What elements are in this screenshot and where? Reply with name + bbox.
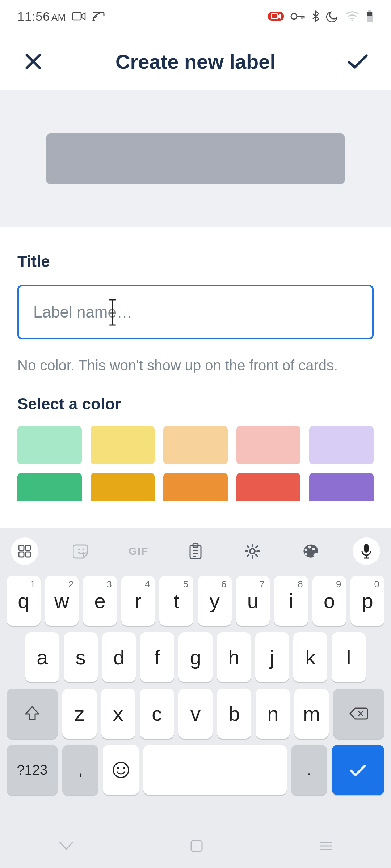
key-p[interactable]: p0 [350,576,384,626]
title-label: Title [17,252,374,271]
svg-point-13 [83,549,84,550]
key-comma[interactable]: , [62,745,98,795]
key-x[interactable]: x [101,689,135,739]
video-camera-icon [72,12,86,21]
svg-rect-8 [19,545,24,550]
color-swatch-pink-light[interactable] [236,426,301,464]
status-bar: 11:56AM [0,0,391,33]
key-emoji[interactable] [103,745,139,795]
key-r[interactable]: r4 [121,576,155,626]
key-z[interactable]: z [62,689,97,739]
confirm-button[interactable] [346,50,369,73]
svg-rect-0 [72,13,81,20]
kb-clipboard-icon[interactable] [182,537,209,565]
key-backspace[interactable] [333,689,384,739]
key-shift[interactable] [7,689,58,739]
key-u[interactable]: u7 [236,576,270,626]
color-hint-text: No color. This won't show up on the fron… [17,354,374,377]
key-k[interactable]: k [293,632,327,682]
key-g[interactable]: g [178,632,213,682]
page-title: Create new label [115,50,276,73]
key-j[interactable]: j [255,632,289,682]
kb-gif-button[interactable]: GIF [125,537,152,565]
key-a[interactable]: a [25,632,59,682]
modal-header: Create new label [0,33,391,90]
chevron-down-icon [58,840,75,852]
key-w[interactable]: w2 [45,576,79,626]
soft-keyboard: GIF q1 w2 e3 r4 t5 y6 u7 i8 o9 p0 a s d … [0,528,391,825]
color-swatch-red[interactable] [236,473,301,501]
svg-point-4 [352,20,353,21]
color-swatch-green[interactable] [17,473,82,501]
svg-point-12 [78,549,80,550]
svg-point-19 [312,548,315,550]
battery-icon [366,10,374,23]
cast-icon [92,11,105,22]
key-q[interactable]: q1 [7,576,41,626]
svg-rect-2 [271,14,278,19]
svg-point-24 [123,767,125,769]
kb-theme-icon[interactable] [296,537,323,565]
key-i[interactable]: i8 [274,576,308,626]
svg-rect-11 [25,552,30,557]
key-l[interactable]: l [332,632,366,682]
key-s[interactable]: s [64,632,98,682]
svg-point-22 [113,762,129,778]
key-n[interactable]: n [256,689,290,739]
square-icon [190,839,203,853]
svg-point-20 [304,553,307,556]
text-cursor-icon [109,299,117,328]
svg-point-23 [117,767,119,769]
label-name-input[interactable] [17,285,374,339]
color-swatch-amber[interactable] [91,473,155,501]
key-symbols[interactable]: ?123 [7,745,58,795]
label-preview [46,133,345,184]
kb-row-4: ?123 , . [7,745,384,795]
key-e[interactable]: e3 [83,576,117,626]
label-preview-area [0,90,391,227]
kb-apps-icon[interactable] [11,537,38,565]
svg-point-18 [308,546,311,549]
key-m[interactable]: m [294,689,329,739]
svg-rect-6 [368,10,371,12]
select-color-label: Select a color [17,395,374,413]
key-t[interactable]: t5 [159,576,193,626]
backspace-icon [349,707,368,720]
svg-rect-21 [364,544,369,553]
svg-rect-7 [367,12,372,16]
key-c[interactable]: c [140,689,174,739]
vpn-key-icon [290,12,305,20]
key-d[interactable]: d [102,632,136,682]
key-v[interactable]: v [178,689,213,739]
close-icon [24,52,43,71]
color-swatch-mint-light[interactable] [17,426,82,464]
color-swatch-yellow-light[interactable] [91,426,155,464]
close-button[interactable] [22,50,45,73]
emoji-icon [112,761,130,779]
key-h[interactable]: h [217,632,251,682]
status-time: 11:56AM [17,9,66,24]
key-enter[interactable] [332,745,384,795]
color-swatch-purple[interactable] [309,473,374,501]
system-nav-bar [0,825,391,868]
nav-recents-button[interactable] [318,840,333,853]
color-swatch-lavender-light[interactable] [309,426,374,464]
key-o[interactable]: o9 [312,576,346,626]
kb-sticker-icon[interactable] [68,537,95,565]
key-y[interactable]: y6 [198,576,232,626]
color-swatch-orange[interactable] [163,473,228,501]
color-swatch-orange-light[interactable] [163,426,228,464]
key-space[interactable] [143,745,287,795]
kb-settings-icon[interactable] [239,537,266,565]
do-not-disturb-icon [326,10,339,23]
key-f[interactable]: f [140,632,174,682]
nav-back-button[interactable] [58,840,75,853]
check-icon [348,763,368,777]
key-b[interactable]: b [217,689,251,739]
nav-home-button[interactable] [190,839,203,854]
kb-mic-icon[interactable] [353,537,380,565]
svg-point-16 [250,549,255,554]
color-row-1 [17,426,374,464]
kb-row-1: q1 w2 e3 r4 t5 y6 u7 i8 o9 p0 [7,576,384,626]
key-period[interactable]: . [291,745,327,795]
